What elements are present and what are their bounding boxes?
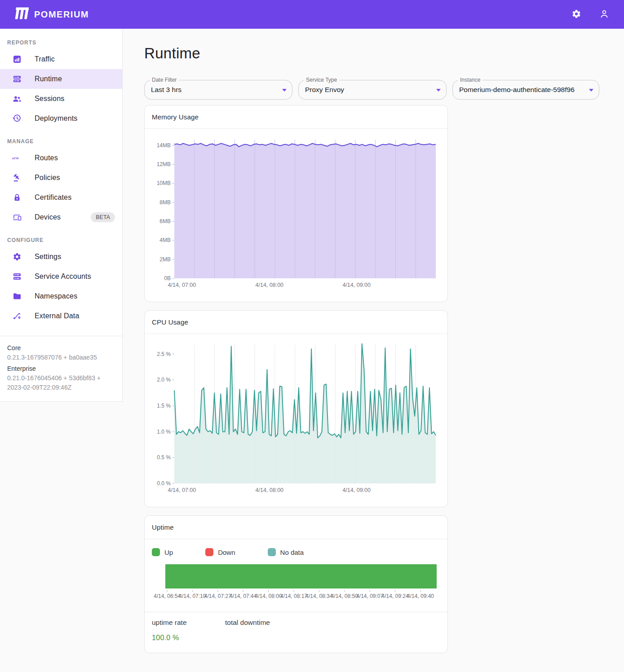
svg-text:4/14, 07:44: 4/14, 07:44 [230,593,257,599]
sidebar: REPORTS Traffic Runtime Sessions [0,29,123,402]
legend-label: No data [280,549,304,556]
date-filter-select[interactable]: Date Filter Last 3 hrs [144,80,292,100]
cpu-usage-card: CPU Usage 2.5 %2.0 %1.5 %1.0 %0.5 %0.0 %… [144,310,448,507]
sidebar-item-label: Certificates [35,193,115,202]
sidebar-item-label: Service Accounts [35,272,115,281]
brand-name: POMERIUM [34,9,89,20]
version-info: Core 0.21.3-1679587076 + ba0aae35 Enterp… [0,336,122,402]
svg-text:1.0 %: 1.0 % [157,429,171,435]
bar-chart-icon [12,54,22,64]
devices-icon [12,212,22,222]
sidebar-item-label: Traffic [35,55,115,63]
sidebar-item-label: External Data [35,312,115,320]
person-icon [599,9,610,21]
sidebar-item-deployments[interactable]: Deployments [0,109,122,128]
core-version-value: 0.21.3-1679587076 + ba0aae35 [7,353,115,362]
svg-text:4/14, 08:17: 4/14, 08:17 [280,593,307,599]
memory-usage-title: Memory Usage [145,105,447,129]
section-label-manage: MANAGE [0,138,122,145]
svg-text:4/14, 07:27: 4/14, 07:27 [204,593,231,599]
legend-item-down: Down [205,548,235,556]
sidebar-item-certificates[interactable]: Certificates [0,188,122,207]
svg-text:4/14, 08:34: 4/14, 08:34 [305,593,332,599]
svg-text:8MB: 8MB [159,199,171,206]
uptime-title: Uptime [145,516,447,539]
uptime-status-bar [165,564,437,589]
svg-text:0B: 0B [164,275,171,281]
uptime-card: Uptime Up Down No data 4/14, 06:544/14, … [144,515,448,653]
sidebar-item-devices[interactable]: Devices BETA [0,207,122,227]
svg-text:4/14, 06:54: 4/14, 06:54 [154,593,181,599]
sidebar-item-service-accounts[interactable]: Service Accounts [0,267,122,286]
svg-text:12MB: 12MB [157,161,171,167]
pomerium-aqueduct-icon [12,6,29,23]
svg-text:0.5 %: 0.5 % [157,454,171,461]
sidebar-item-routes[interactable]: HTTP Routes [0,148,122,168]
total-downtime-label: total downtime [225,619,270,627]
sidebar-item-label: Policies [35,174,115,182]
sidebar-item-traffic[interactable]: Traffic [0,49,122,69]
http-icon: HTTP [12,153,22,163]
section-label-configure: CONFIGURE [0,237,122,243]
svg-text:4MB: 4MB [159,237,171,243]
uptime-timeline: 4/14, 06:544/14, 07:104/14, 07:274/14, 0… [145,556,447,603]
svg-text:14MB: 14MB [157,142,171,149]
chevron-down-icon [282,89,287,92]
legend-label: Up [164,549,173,556]
people-icon [12,94,22,104]
filter-row: Date Filter Last 3 hrs Service Type Prox… [144,80,602,100]
sidebar-item-label: Settings [35,253,115,261]
history-clock-icon [12,114,22,123]
svg-text:2.5 %: 2.5 % [157,351,171,357]
no-data-swatch-icon [268,548,276,556]
svg-text:4/14, 08:50: 4/14, 08:50 [331,593,358,599]
pomerium-logo[interactable]: POMERIUM [12,6,89,23]
legend-item-up: Up [152,548,173,556]
user-account-button[interactable] [595,5,613,23]
svg-text:4/14, 08:00: 4/14, 08:00 [256,282,284,288]
uptime-legend: Up Down No data [145,539,447,556]
service-type-select[interactable]: Service Type Proxy Envoy [298,80,447,100]
folder-icon [12,291,22,301]
sidebar-item-label: Runtime [35,75,115,83]
uptime-rate-value: 100.0 % [152,634,440,642]
external-data-icon [12,311,22,321]
sidebar-item-sessions[interactable]: Sessions [0,89,122,109]
svg-text:HTTP: HTTP [12,157,19,160]
date-filter-value: Last 3 hrs [151,86,181,94]
sidebar-item-settings[interactable]: Settings [0,247,122,267]
svg-text:1.5 %: 1.5 % [157,403,171,409]
sidebar-item-external-data[interactable]: External Data [0,306,122,326]
enterprise-version-label: Enterprise [7,364,115,373]
sidebar-item-label: Devices [35,213,91,221]
service-type-label: Service Type [304,77,339,83]
up-swatch-icon [152,548,160,556]
sidebar-item-policies[interactable]: Policies [0,168,122,188]
svg-text:4/14, 07:10: 4/14, 07:10 [179,593,206,599]
sidebar-item-runtime[interactable]: Runtime [0,69,122,89]
svg-text:4/14, 09:00: 4/14, 09:00 [342,487,371,493]
sidebar-item-label: Namespaces [35,292,115,300]
sidebar-item-namespaces[interactable]: Namespaces [0,286,122,306]
down-swatch-icon [205,548,213,556]
svg-text:4/14, 09:07: 4/14, 09:07 [356,593,383,599]
svg-text:2.0 %: 2.0 % [157,377,171,383]
svg-text:4/14, 09:00: 4/14, 09:00 [342,282,371,288]
uptime-axis: 4/14, 06:544/14, 07:104/14, 07:274/14, 0… [165,589,437,603]
svg-text:10MB: 10MB [157,180,171,186]
instance-select[interactable]: Instance Pomerium-demo-authenticate-598f… [452,80,599,100]
svg-text:2MB: 2MB [159,256,171,263]
sidebar-item-label: Deployments [35,114,115,123]
uptime-stats: uptime rate total downtime 100.0 % [145,612,447,653]
chevron-down-icon [436,89,441,92]
sidebar-item-label: Routes [35,154,115,162]
top-app-bar: POMERIUM [0,0,624,29]
date-filter-label: Date Filter [150,77,179,83]
cpu-usage-title: CPU Usage [145,311,447,334]
settings-button[interactable] [567,5,585,23]
memory-usage-chart: 14MB12MB10MB8MB6MB4MB2MB0B4/14, 07:004/1… [148,135,442,290]
core-version-label: Core [7,343,115,353]
instance-label: Instance [458,77,482,83]
gear-icon [12,252,22,262]
instance-value: Pomerium-demo-authenticate-598f96 [459,86,575,94]
